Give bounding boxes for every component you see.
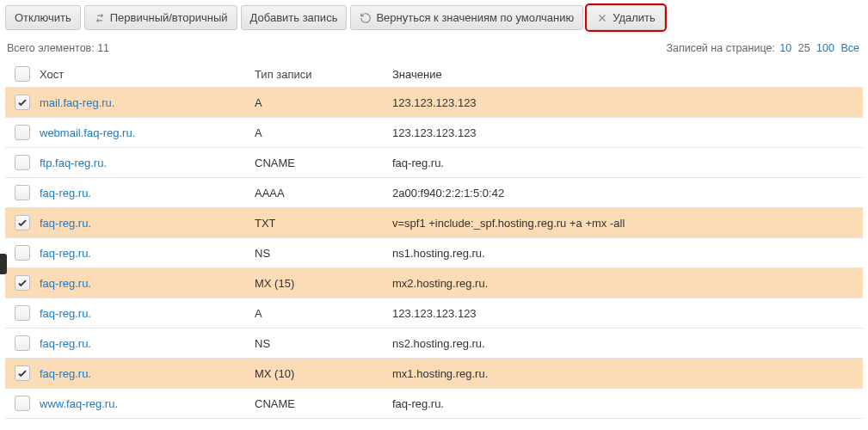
record-type: A: [255, 307, 392, 320]
toolbar: Отключить Первичный/вторичный Добавить з…: [5, 5, 863, 30]
record-type: A: [255, 126, 392, 139]
dns-table: Хост Тип записи Значение mail.faq-reg.ru…: [5, 61, 863, 419]
table-row: faq-reg.ru.TXTv=spf1 +include:_spf.hosti…: [5, 208, 863, 238]
record-type: A: [255, 96, 392, 109]
record-type: NS: [255, 337, 392, 350]
record-value: ns1.hosting.reg.ru.: [392, 247, 863, 260]
record-value: 123.123.123.123: [392, 307, 863, 320]
host-link[interactable]: ftp.faq-reg.ru.: [40, 157, 107, 169]
table-row: faq-reg.ru.NSns2.hosting.reg.ru.: [5, 329, 863, 359]
host-link[interactable]: faq-reg.ru.: [40, 337, 91, 350]
host-link[interactable]: faq-reg.ru.: [40, 247, 91, 260]
per-page-option[interactable]: Все: [840, 42, 859, 54]
record-value: 2a00:f940:2:2:1:5:0:42: [392, 187, 863, 200]
table-row: faq-reg.ru.MX (15)mx2.hosting.reg.ru.: [5, 268, 863, 298]
col-header-value[interactable]: Значение: [392, 68, 863, 81]
table-row: webmail.faq-reg.ru.A123.123.123.123: [5, 118, 863, 148]
table-row: faq-reg.ru.AAAA2a00:f940:2:2:1:5:0:42: [5, 178, 863, 208]
row-checkbox[interactable]: [15, 155, 30, 170]
refresh-icon: [360, 12, 372, 24]
per-page: Записей на странице: 10 25 100 Все: [666, 42, 861, 54]
table-row: mail.faq-reg.ru.A123.123.123.123: [5, 88, 863, 118]
table-body: mail.faq-reg.ru.A123.123.123.123webmail.…: [5, 88, 863, 419]
row-checkbox[interactable]: [15, 215, 30, 230]
per-page-label: Записей на странице:: [666, 42, 774, 54]
per-page-current: 25: [798, 42, 810, 54]
table-row: faq-reg.ru.MX (10)mx1.hosting.reg.ru.: [5, 359, 863, 389]
record-value: faq-reg.ru.: [392, 157, 863, 169]
record-type: MX (15): [255, 277, 392, 290]
disable-label: Отключить: [15, 11, 71, 24]
side-handle[interactable]: [0, 254, 7, 274]
col-header-host[interactable]: Хост: [40, 68, 255, 81]
record-value: faq-reg.ru.: [392, 397, 863, 410]
row-checkbox[interactable]: [15, 396, 30, 411]
per-page-options: 10 25 100 Все: [778, 42, 861, 54]
record-value: 123.123.123.123: [392, 126, 863, 139]
select-all-checkbox[interactable]: [15, 66, 30, 82]
swap-icon: [94, 12, 106, 24]
table-row: faq-reg.ru.NSns1.hosting.reg.ru.: [5, 238, 863, 268]
table-row: ftp.faq-reg.ru.CNAMEfaq-reg.ru.: [5, 148, 863, 178]
record-value: v=spf1 +include:_spf.hosting.reg.ru +a +…: [392, 217, 863, 230]
host-link[interactable]: mail.faq-reg.ru.: [40, 96, 114, 109]
record-type: CNAME: [255, 157, 392, 169]
delete-button[interactable]: Удалить: [587, 5, 665, 30]
row-checkbox[interactable]: [15, 125, 30, 140]
row-checkbox[interactable]: [15, 185, 30, 200]
add-record-button[interactable]: Добавить запись: [241, 5, 348, 30]
table-row: faq-reg.ru.A123.123.123.123: [5, 298, 863, 329]
row-checkbox[interactable]: [15, 335, 30, 351]
row-checkbox[interactable]: [15, 95, 30, 110]
host-link[interactable]: faq-reg.ru.: [40, 307, 91, 320]
host-link[interactable]: faq-reg.ru.: [40, 367, 91, 380]
primary-secondary-button[interactable]: Первичный/вторичный: [84, 5, 237, 30]
host-link[interactable]: faq-reg.ru.: [40, 187, 91, 200]
add-record-label: Добавить запись: [250, 11, 338, 24]
per-page-option[interactable]: 100: [816, 42, 834, 54]
record-type: NS: [255, 247, 392, 260]
table-row: www.faq-reg.ru.CNAMEfaq-reg.ru.: [5, 389, 863, 419]
reset-defaults-button[interactable]: Вернуться к значениям по умолчанию: [350, 5, 583, 30]
disable-button[interactable]: Отключить: [5, 5, 81, 30]
delete-label: Удалить: [613, 11, 656, 24]
reset-defaults-label: Вернуться к значениям по умолчанию: [376, 11, 574, 24]
meta-row: Всего элементов: 11 Записей на странице:…: [5, 42, 863, 54]
record-type: MX (10): [255, 367, 392, 380]
row-checkbox[interactable]: [15, 245, 30, 261]
record-value: 123.123.123.123: [392, 96, 863, 109]
record-value: ns2.hosting.reg.ru.: [392, 337, 863, 350]
total-count: Всего элементов: 11: [7, 42, 109, 54]
host-link[interactable]: faq-reg.ru.: [40, 277, 91, 290]
col-header-type[interactable]: Тип записи: [255, 68, 392, 81]
host-link[interactable]: faq-reg.ru.: [40, 217, 91, 230]
host-link[interactable]: webmail.faq-reg.ru.: [40, 126, 135, 139]
record-value: mx2.hosting.reg.ru.: [392, 277, 863, 290]
row-checkbox[interactable]: [15, 366, 30, 381]
host-link[interactable]: www.faq-reg.ru.: [40, 397, 118, 410]
per-page-option[interactable]: 10: [779, 42, 791, 54]
record-type: CNAME: [255, 397, 392, 410]
record-type: TXT: [255, 217, 392, 230]
close-icon: [596, 12, 608, 24]
primary-secondary-label: Первичный/вторичный: [110, 11, 228, 24]
record-type: AAAA: [255, 187, 392, 200]
row-checkbox[interactable]: [15, 275, 30, 291]
record-value: mx1.hosting.reg.ru.: [392, 367, 863, 380]
table-header: Хост Тип записи Значение: [5, 61, 863, 88]
row-checkbox[interactable]: [15, 305, 30, 321]
